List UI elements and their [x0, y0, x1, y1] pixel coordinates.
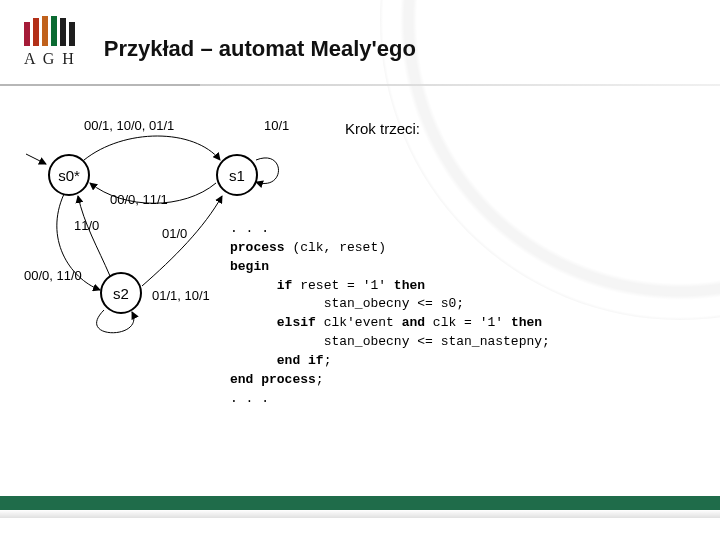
kw-if: if [277, 278, 293, 293]
edge-s1-self-label: 10/1 [264, 118, 289, 133]
code-assign-next: stan_obecny <= stan_nastepny; [324, 334, 550, 349]
kw-begin: begin [230, 259, 269, 274]
endif-semi: ; [324, 353, 332, 368]
edge-s1-s0-label: 00/0, 11/1 [110, 192, 168, 207]
vhdl-code: . . . process (clk, reset) begin if rese… [230, 220, 550, 408]
state-s1: s1 [216, 154, 258, 196]
code-ellipsis: . . . [230, 221, 269, 236]
footer-bar [0, 496, 720, 510]
slide-title: Przykład – automat Mealy'ego [104, 36, 416, 68]
edge-s2-s0-label: 01/1, 10/1 [152, 288, 210, 303]
edge-s0-s2-label: 11/0 [74, 218, 99, 233]
state-s0-label: s0* [58, 167, 80, 184]
kw-elsif: elsif [277, 315, 316, 330]
code-assign-reset: stan_obecny <= s0; [324, 296, 464, 311]
step-label: Krok trzeci: [345, 120, 420, 137]
agh-logo: A G H [24, 10, 76, 68]
logo-text: A G H [24, 50, 76, 68]
kw-endif: end if [277, 353, 324, 368]
code-cond-clk-pre: clk'event [316, 315, 402, 330]
code-cond-reset: reset = '1' [292, 278, 393, 293]
code-proc-args: (clk, reset) [285, 240, 386, 255]
state-s2-label: s2 [113, 285, 129, 302]
footer-shadow [0, 510, 720, 518]
code-cond-clk-post: clk = '1' [425, 315, 511, 330]
kw-process: process [230, 240, 285, 255]
state-s2: s2 [100, 272, 142, 314]
state-s1-label: s1 [229, 167, 245, 184]
kw-and: and [402, 315, 425, 330]
endprocess-semi: ; [316, 372, 324, 387]
edge-s0-s1-label: 00/1, 10/0, 01/1 [84, 118, 174, 133]
edge-s2-s1-label: 01/0 [162, 226, 187, 241]
header: A G H Przykład – automat Mealy'ego [24, 10, 416, 68]
logo-bars [24, 10, 75, 46]
kw-endprocess: end process [230, 372, 316, 387]
state-s0: s0* [48, 154, 90, 196]
code-ellipsis-2: . . . [230, 391, 269, 406]
title-underline [0, 84, 720, 86]
edge-s2-self-label: 00/0, 11/0 [24, 268, 82, 283]
kw-then-1: then [394, 278, 425, 293]
kw-then-2: then [511, 315, 542, 330]
